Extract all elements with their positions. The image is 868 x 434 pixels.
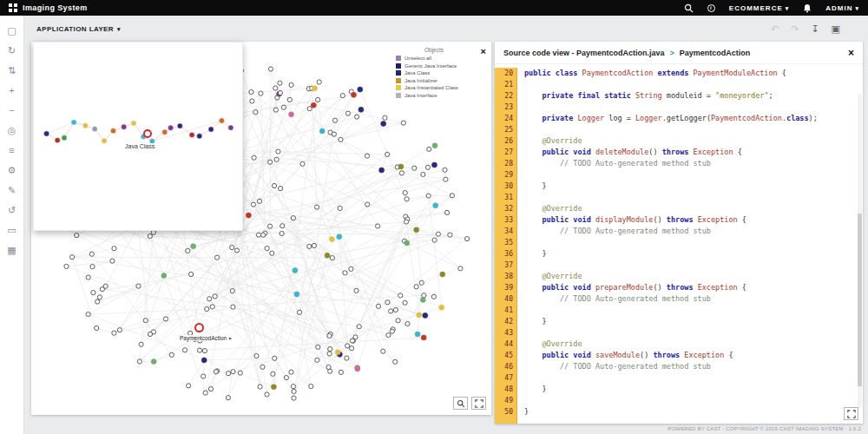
grid-tool-icon[interactable]: ▦ — [5, 244, 19, 256]
code-line — [524, 169, 863, 181]
inset-highlighted-node[interactable] — [143, 129, 152, 138]
info-icon[interactable]: i — [707, 4, 715, 12]
legend-label: Java Class — [404, 70, 430, 76]
legend-swatch — [396, 70, 401, 76]
highlighted-node[interactable] — [194, 323, 204, 332]
code-line: } — [524, 181, 863, 192]
legend-swatch — [396, 93, 401, 98]
comment-tool-icon[interactable]: ▭ — [5, 224, 19, 236]
code-line: // TODO Auto-generated method stub — [524, 361, 863, 372]
code-line — [524, 327, 863, 339]
code-line: } — [524, 384, 863, 395]
selection-tool-icon[interactable]: ▢ — [5, 24, 19, 36]
undo-icon[interactable]: ↶ — [771, 24, 779, 34]
code-line: // TODO Auto-generated method stub — [524, 158, 863, 169]
code-line: } — [524, 406, 863, 418]
code-line: public void displayModule() throws Excep… — [524, 214, 863, 226]
code-line: public void deleteModule() throws Except… — [524, 147, 863, 158]
app-title: Imaging System — [23, 3, 88, 12]
code-line: @Override — [524, 339, 863, 350]
source-panel-close-icon[interactable]: × — [848, 48, 854, 58]
chevron-down-icon: ▾ — [117, 26, 121, 32]
legend-label: Generic Java Interface — [404, 63, 457, 69]
notifications-bell-icon[interactable] — [803, 3, 812, 13]
search-icon[interactable] — [684, 3, 694, 13]
breadcrumb-separator: > — [670, 49, 674, 57]
code-line: } — [524, 316, 863, 327]
footer-copyright: POWERED BY CAST - COPYRIGHT © 2019 CAST … — [667, 426, 861, 431]
legend-item[interactable]: Java Interface — [396, 93, 472, 98]
graph-zoom-button[interactable] — [453, 397, 468, 410]
legend-item[interactable]: Java Class — [396, 70, 472, 76]
legend-label: Java Initializer — [404, 78, 437, 83]
node-label-close-icon[interactable]: × — [228, 336, 232, 341]
app-selector-menu[interactable]: ECOMMERCE ▾ — [729, 4, 789, 12]
code-scrollbar[interactable] — [858, 94, 862, 408]
graph-fullscreen-button[interactable] — [471, 397, 486, 410]
code-line — [524, 79, 863, 90]
code-line: private Logger log = Logger.getLogger(Pa… — [524, 113, 863, 124]
edit-tool-icon[interactable]: ✎ — [5, 184, 19, 196]
legend-item[interactable]: Unselect all — [396, 56, 472, 61]
code-line — [524, 102, 863, 113]
app-logo-icon — [9, 3, 17, 12]
code-line: @Override — [524, 135, 863, 147]
code-line: // TODO Auto-generated method stub — [524, 293, 863, 305]
legend-item[interactable]: Java Initializer — [396, 78, 472, 83]
source-panel-title: Source code view - PaymentcodAction.java — [503, 49, 665, 57]
inset-svg[interactable] — [34, 43, 242, 230]
toolbar-actions: ↶↷↧▣ — [771, 24, 840, 34]
code-line: public void prepareModule() throws Excep… — [524, 282, 863, 293]
save-icon[interactable]: ▣ — [832, 24, 840, 34]
code-scrollbar-thumb[interactable] — [858, 214, 862, 386]
legend-title: Objects — [396, 47, 472, 53]
code-line — [524, 395, 863, 406]
code-line — [524, 192, 863, 203]
download-icon[interactable]: ↧ — [811, 24, 819, 34]
graph-panel: PaymentcodAction × Objects Unselect allG… — [31, 42, 491, 415]
legend-label: Unselect all — [404, 56, 431, 61]
inset-preview-panel: Java Class — [33, 42, 243, 231]
code-lines: public class PaymentcodAction extends Pa… — [517, 68, 863, 424]
legend-item[interactable]: Generic Java Interface — [396, 63, 472, 69]
code-line: // TODO Auto-generated method stub — [524, 226, 863, 237]
zoom-in-tool-icon[interactable]: + — [5, 84, 19, 96]
code-line: @Override — [524, 271, 863, 282]
application-layer-selector[interactable]: APPLICATION LAYER ▾ — [36, 25, 121, 33]
app-header: Imaging System i ECOMMERCE ▾ ADMIN ▾ — [0, 0, 868, 16]
settings-tool-icon[interactable]: ⚙ — [5, 164, 19, 176]
code-line — [524, 305, 863, 316]
history-tool-icon[interactable]: ↺ — [5, 204, 19, 216]
code-line: @Override — [524, 203, 863, 214]
focus-tool-icon[interactable]: ◎ — [5, 124, 19, 136]
tool-rail: ▢↻⇅+−◎≡⚙✎↺▭▦ — [0, 16, 24, 434]
inset-node-label: Java Class — [124, 143, 155, 149]
code-line: private final static String moduleid = "… — [524, 90, 863, 102]
code-line — [524, 260, 863, 271]
legend-swatch — [396, 63, 401, 69]
redo-icon[interactable]: ↷ — [791, 24, 799, 34]
code-line — [524, 237, 863, 248]
refresh-tool-icon[interactable]: ↻ — [5, 44, 19, 56]
legend-label: Java Instantiated Class — [404, 85, 458, 90]
layers-tool-icon[interactable]: ≡ — [5, 144, 19, 156]
source-expand-button[interactable] — [844, 407, 858, 420]
chevron-down-icon: ▾ — [786, 5, 790, 11]
branch-tool-icon[interactable]: ⇅ — [5, 64, 19, 76]
zoom-out-tool-icon[interactable]: − — [5, 104, 19, 116]
code-line — [524, 372, 863, 384]
code-line: public class PaymentcodAction extends Pa… — [524, 68, 863, 79]
code-line: } — [524, 248, 863, 260]
source-panel-header: Source code view - PaymentcodAction.java… — [495, 42, 863, 64]
breadcrumb-target[interactable]: PaymentcodAction — [680, 49, 751, 57]
source-code-panel: Source code view - PaymentcodAction.java… — [495, 42, 863, 424]
code-gutter: 2021222324252627282930313233343536373839… — [495, 68, 517, 424]
legend-swatch — [396, 85, 401, 90]
objects-legend: Objects Unselect allGeneric Java Interfa… — [396, 47, 472, 100]
highlighted-node-label[interactable]: PaymentcodAction × — [179, 335, 233, 341]
code-line: public void saveModule() throws Exceptio… — [524, 350, 863, 361]
legend-item[interactable]: Java Instantiated Class — [396, 85, 472, 90]
user-menu[interactable]: ADMIN ▾ — [825, 4, 859, 12]
page: Imaging System i ECOMMERCE ▾ ADMIN ▾ ▢↻⇅… — [0, 0, 868, 434]
graph-close-icon[interactable]: × — [481, 47, 486, 56]
